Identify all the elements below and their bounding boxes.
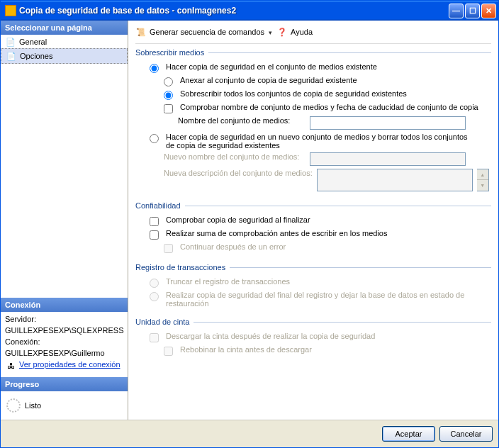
window-title: Copia de seguridad de base de datos - co… <box>19 6 447 16</box>
checkbox-checksum-label: Realizar suma de comprobación antes de e… <box>166 229 387 237</box>
group-title-tape: Unidad de cinta <box>135 318 189 326</box>
checkbox-check-media-label: Comprobar nombre de conjunto de medios y… <box>180 103 478 111</box>
checkbox-rewind-tape <box>164 347 173 356</box>
radio-overwrite-all-label: Sobrescribir todos los conjuntos de copi… <box>180 89 407 98</box>
radio-backup-tail <box>150 292 159 301</box>
checkbox-unload-tape <box>150 333 159 342</box>
help-icon: ❓ <box>276 26 288 38</box>
group-tape: Unidad de cinta Descargar la cinta despu… <box>135 316 491 357</box>
group-transaction-log: Registro de transacciones Truncar el reg… <box>135 262 491 309</box>
page-icon: 📄 <box>6 50 17 62</box>
server-label: Servidor: <box>5 315 123 323</box>
checkbox-check-media[interactable] <box>164 104 173 113</box>
group-title-tlog: Registro de transacciones <box>135 263 225 271</box>
input-new-media-name <box>310 152 466 166</box>
spin-buttons: ▲▼ <box>477 169 489 191</box>
connection-section: Servidor: GUILLEXPESEXP\SQLEXPRESS Conex… <box>1 312 128 377</box>
progress-state: Listo <box>25 401 41 410</box>
server-value: GUILLEXPESEXP\SQLEXPRESS <box>5 326 123 335</box>
label-new-media-name: Nuevo nombre del conjunto de medios: <box>164 152 305 161</box>
label-new-media-desc: Nueva descripción del conjunto de medios… <box>164 169 313 177</box>
connection-value: GUILLEXPESEXP\Guillermo <box>5 349 123 357</box>
checkbox-continue <box>164 244 173 253</box>
radio-truncate-log <box>150 279 159 288</box>
input-new-media-desc <box>317 169 473 191</box>
titlebar: Copia de seguridad de base de datos - co… <box>1 1 498 21</box>
maximize-button[interactable]: ☐ <box>465 4 480 18</box>
radio-existing-set-label: Hacer copia de seguridad en el conjunto … <box>166 62 377 71</box>
toolbar: 📜 Generar secuencia de comandos ❓ Ayuda <box>135 25 491 44</box>
radio-append-label: Anexar al conjunto de copia de seguridad… <box>180 76 357 84</box>
radio-new-set[interactable] <box>150 134 159 143</box>
checkbox-verify-label: Comprobar copia de seguridad al finaliza… <box>166 215 310 224</box>
dropdown-icon <box>267 28 272 36</box>
sidebar-item-opciones[interactable]: 📄 Opciones <box>1 48 128 64</box>
group-title-reliability: Confiabilidad <box>135 201 181 210</box>
connection-label: Conexión: <box>5 337 123 346</box>
checkbox-verify[interactable] <box>150 217 159 226</box>
sidebar-item-general[interactable]: 📄 General <box>1 35 128 49</box>
radio-backup-tail-label: Realizar copia de seguridad del final de… <box>166 291 471 308</box>
checkbox-unload-tape-label: Descargar la cinta después de realizar l… <box>166 332 375 340</box>
checkbox-rewind-tape-label: Rebobinar la cinta antes de descargar <box>180 345 312 354</box>
ok-button[interactable]: Aceptar <box>382 426 435 442</box>
checkbox-checksum[interactable] <box>150 230 159 240</box>
properties-icon: 🖧 <box>5 360 16 371</box>
generate-script-button[interactable]: 📜 Generar secuencia de comandos <box>135 26 272 38</box>
content: 📜 Generar secuencia de comandos ❓ Ayuda … <box>128 21 498 420</box>
progress-section: Listo <box>1 391 128 420</box>
radio-truncate-log-label: Truncar el registro de transacciones <box>166 277 290 286</box>
group-overwrite: Sobrescribir medios Hacer copia de segur… <box>135 47 491 193</box>
cancel-button[interactable]: Cancelar <box>439 426 493 442</box>
progress-spinner-icon <box>6 398 21 413</box>
group-title-overwrite: Sobrescribir medios <box>135 48 204 57</box>
progress-header: Progreso <box>1 377 128 391</box>
bottombar: Aceptar Cancelar <box>1 420 498 447</box>
radio-new-set-label: Hacer copia de seguridad en un nuevo con… <box>166 133 471 150</box>
connection-header: Conexión <box>1 298 128 312</box>
app-icon <box>5 5 16 16</box>
minimize-button[interactable]: — <box>449 4 464 18</box>
radio-append[interactable] <box>164 77 173 86</box>
group-reliability: Confiabilidad Comprobar copia de segurid… <box>135 200 491 254</box>
sidebar: Seleccionar una página 📄 General 📄 Opcio… <box>1 21 128 420</box>
sidebar-item-label: General <box>19 38 47 46</box>
help-button[interactable]: ❓ Ayuda <box>276 26 313 38</box>
script-icon: 📜 <box>135 26 147 38</box>
sidebar-item-label: Opciones <box>20 52 52 60</box>
close-button[interactable]: ✕ <box>481 4 496 18</box>
label-media-name: Nombre del conjunto de medios: <box>178 116 305 125</box>
input-media-name[interactable] <box>310 116 466 130</box>
connection-properties-link[interactable]: Ver propiedades de conexión <box>19 360 120 369</box>
page-icon: 📄 <box>5 36 16 47</box>
checkbox-continue-label: Continuar después de un error <box>180 242 286 251</box>
radio-overwrite-all[interactable] <box>164 91 173 100</box>
radio-existing-set[interactable] <box>150 64 159 73</box>
sidebar-header: Seleccionar una página <box>1 21 128 35</box>
